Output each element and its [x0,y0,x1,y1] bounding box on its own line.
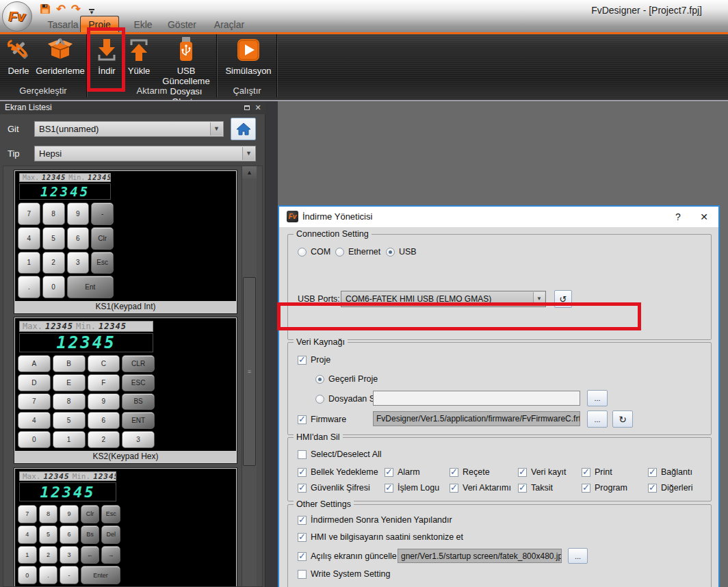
workspace: Ekran Listesi ✕ Git BS1(unnamed) ▼ Tip H… [0,101,728,587]
checkbox-icon[interactable] [298,570,307,579]
write-system-setting-checkbox[interactable]: Write System Setting [298,569,390,579]
tab-ekle[interactable]: Ekle [126,17,160,32]
checkbox-icon[interactable] [582,484,590,493]
radio-icon[interactable] [335,248,344,257]
checkbox-icon[interactable] [648,484,657,493]
help-button[interactable]: ? [669,209,687,224]
radio-icon[interactable] [315,395,324,404]
select-deselect-all-checkbox[interactable]: Select/Deselect All [298,449,382,459]
erase-from-hmi-group: HMI'dan Sil Select/Deselect All Bellek Y… [287,437,712,501]
checkbox-icon[interactable] [518,484,527,493]
tip-select-value: Hepsi [39,148,62,159]
thumbnail-ks2[interactable]: Max.12345 Min.12345 12345 A B C CLR D E … [14,317,237,464]
panel-splitter[interactable] [265,101,278,587]
ks3-minmax-display: Max.12345 Min.12345 [19,471,116,481]
checkbox-icon[interactable] [582,468,590,477]
checkbox-icon[interactable] [648,468,657,477]
keypad-key: 2 [42,252,65,274]
keypad-key: BS [122,393,155,410]
com-radio[interactable]: COM [298,247,330,257]
float-panel-icon[interactable] [242,103,252,112]
simulasyon-button[interactable]: Simülasyon [220,34,276,76]
ks3-keypad: 7 8 9 Clr Esc 4 5 6 Bs Del 1 2 3 [18,505,120,584]
ribbon-separator [276,34,277,97]
checkbox-icon[interactable] [298,484,307,493]
proje-checkbox[interactable]: Proje [298,355,330,365]
recete-checkbox[interactable]: Reçete [450,467,490,477]
keypad-key: 1 [53,431,86,448]
scrollbar-thumb[interactable]: ≡ [243,277,256,466]
islem-logu-checkbox[interactable]: İşlem Logu [385,483,439,493]
firmware-browse-button[interactable]: ... [587,410,608,428]
redo-icon[interactable]: ↷ [69,3,83,15]
thumbnail-scrollbar[interactable]: ▲ ≡ [242,166,257,587]
simulasyon-label: Simülasyon [225,66,271,76]
checkbox-icon[interactable] [450,484,458,493]
veri-aktarimi-checkbox[interactable]: Veri Aktarımı [450,483,511,493]
bellek-yedekleme-checkbox[interactable]: Bellek Yedekleme [298,467,378,477]
tab-araclar[interactable]: Araçlar [208,17,250,32]
startup-browse-button[interactable]: ... [568,548,588,564]
keypad-key: 2 [39,546,58,564]
chevron-down-icon[interactable]: ▼ [210,122,222,135]
checkbox-icon[interactable] [298,516,307,525]
group-label-calistir: Çalıştır [218,86,276,96]
keypad-key: 5 [53,412,86,429]
chevron-down-icon[interactable]: ▼ [242,147,255,160]
derle-button[interactable]: Derle [1,34,36,76]
tab-tasarla[interactable]: Tasarla [40,17,86,32]
guvenlik-sifresi-checkbox[interactable]: Güvenlik Şifresi [298,483,370,493]
app-logo-icon[interactable]: Fv [2,1,32,31]
reconfigure-checkbox[interactable]: İndirmeden Sonra Yeniden Yapılandır [298,515,452,525]
thumbnail-ks3[interactable]: Max.12345 Min.12345 12345 7 8 9 Clr Esc … [14,467,237,587]
checkbox-icon[interactable] [385,484,393,493]
close-panel-icon[interactable]: ✕ [253,103,263,112]
git-select[interactable]: BS1(unnamed) ▼ [34,121,224,137]
usb-radio[interactable]: USB [386,247,417,257]
checkbox-icon[interactable] [518,468,527,477]
veri-kayit-checkbox[interactable]: Veri kayıt [518,467,566,477]
tab-goster[interactable]: Göster [163,17,201,32]
geriderleme-button[interactable]: Geriderleme [34,34,86,76]
keypad-key: C [88,355,120,372]
keypad-key: 4 [18,412,51,429]
home-button[interactable] [231,118,256,140]
save-icon[interactable] [38,3,52,15]
checkbox-icon[interactable] [298,533,307,542]
usb-update-button[interactable]: USB Güncelleme Dosyası Oluştur [155,34,218,107]
program-checkbox[interactable]: Program [582,483,627,493]
ethernet-radio[interactable]: Ethernet [335,247,380,257]
close-button[interactable]: ✕ [695,209,713,224]
checkbox-icon[interactable] [298,468,307,477]
checkbox-icon[interactable] [385,468,393,477]
firmware-refresh-button[interactable]: ↻ [612,410,633,428]
radio-icon[interactable] [315,375,324,384]
dosyadan-sec-field[interactable] [373,391,580,406]
thumbnail-ks1[interactable]: Max.12345 Min.12345 12345 7 8 9 - 4 5 6 [14,170,237,314]
sync-time-checkbox[interactable]: HMI ve bilgisayarın saatini senktonize e… [298,532,463,542]
yukle-button[interactable]: Yükle [123,34,155,76]
checkbox-icon[interactable] [298,450,307,459]
keypad-key: 7 [18,505,37,523]
undo-icon[interactable]: ↶ [54,3,68,15]
gecerli-proje-radio[interactable]: Geçerli Proje [315,374,378,384]
keypad-key: - [91,203,114,225]
dosyadan-browse-button[interactable]: ... [587,390,608,406]
radio-icon[interactable] [298,248,307,257]
checkbox-icon[interactable] [298,356,307,365]
checkbox-icon[interactable] [298,552,307,561]
keypad-key: 9 [67,203,90,225]
checkbox-icon[interactable] [298,415,307,424]
radio-icon[interactable] [386,248,395,257]
print-checkbox[interactable]: Print [582,467,612,477]
alarm-checkbox[interactable]: Alarm [385,467,420,477]
digerleri-checkbox[interactable]: Diğerleri [648,483,693,493]
keypad-key: 8 [39,505,58,523]
tip-select[interactable]: Hepsi ▼ [34,146,256,161]
startup-screen-checkbox[interactable]: Açılış ekranın güncelle [298,551,397,561]
taksit-checkbox[interactable]: Taksit [518,483,553,493]
scroll-up-icon[interactable]: ▲ [242,166,257,179]
checkbox-icon[interactable] [450,468,458,477]
baglanti-checkbox[interactable]: Bağlantı [648,467,692,477]
firmware-checkbox[interactable]: Firmware [298,415,346,424]
